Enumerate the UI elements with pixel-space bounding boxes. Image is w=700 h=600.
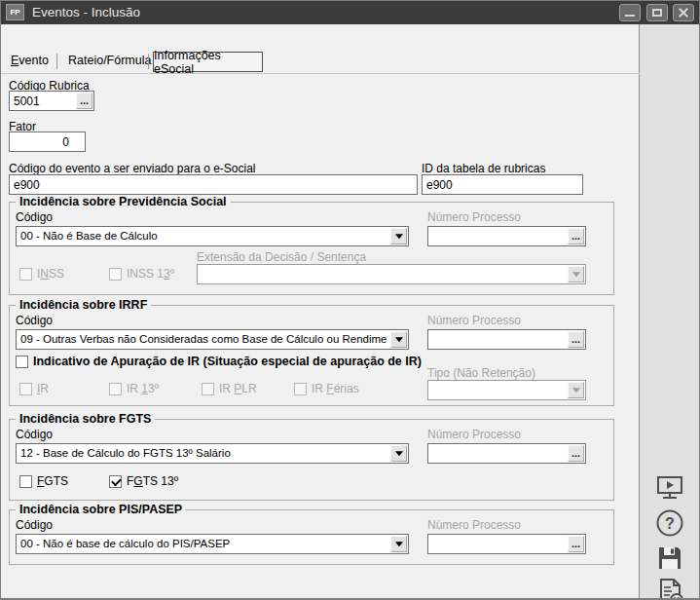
checkbox-label: IR Férias xyxy=(312,382,359,395)
browse-button: ... xyxy=(568,536,584,552)
pis-numero-processo-input xyxy=(428,535,567,553)
tipo-nao-retencao-select xyxy=(427,380,586,400)
numero-processo-label: Número Processo xyxy=(427,518,521,532)
chevron-down-icon[interactable] xyxy=(390,445,407,462)
chevron-down-icon[interactable] xyxy=(390,536,407,552)
codigo-label: Código xyxy=(16,518,53,532)
checkbox-inss-13: INSS 13º xyxy=(109,267,174,281)
chevron-down-icon[interactable] xyxy=(390,331,407,348)
minimize-icon xyxy=(625,15,635,17)
checkbox-box xyxy=(19,268,32,281)
group-fgts: Incidência sobre FGTS Código 12 - Base d… xyxy=(9,419,614,501)
tab-informacoes-esocial[interactable]: Informações eSocial xyxy=(153,52,263,72)
cancel-document-icon xyxy=(654,576,687,600)
selected-value: 00 - Não é base de cálculo do PIS/PASEP xyxy=(20,535,387,553)
browse-button: ... xyxy=(568,445,584,462)
tab-strip-divider xyxy=(1,73,640,74)
irrf-codigo-select[interactable]: 09 - Outras Verbas não Consideradas como… xyxy=(16,329,409,350)
tab-rateio-formula[interactable]: Rateio/Fórmula xyxy=(68,54,151,67)
checkbox-label: IR 13º xyxy=(127,382,159,395)
numero-processo-label: Número Processo xyxy=(427,210,521,224)
main-panel: Evento Rateio/Fórmula Informações eSocia… xyxy=(1,24,640,598)
checkbox-ir-ferias: IR Férias xyxy=(294,382,359,395)
checkbox-label: FGTS xyxy=(37,474,68,488)
selected-value xyxy=(432,381,564,399)
tab-separator xyxy=(148,54,149,69)
browse-button: ... xyxy=(568,228,584,244)
codigo-rubrica-field[interactable]: ... xyxy=(9,91,94,111)
extensao-label: Extensão da Decisão / Sentença xyxy=(197,250,366,264)
checkbox-label: INSS xyxy=(37,267,64,281)
checkbox-box[interactable] xyxy=(16,356,28,368)
codigo-label: Código xyxy=(16,314,53,327)
maximize-icon xyxy=(652,9,662,17)
minimize-button[interactable] xyxy=(619,4,641,21)
svg-text:?: ? xyxy=(665,515,675,532)
preview-report-button[interactable] xyxy=(654,472,685,504)
monitor-play-icon xyxy=(654,472,685,504)
group-title: Incidência sobre IRRF xyxy=(16,298,151,312)
app-icon: FP xyxy=(6,4,24,20)
codigo-evento-label: Código do evento a ser enviado para o e-… xyxy=(9,162,256,175)
extensao-select xyxy=(197,264,586,284)
checkbox-box[interactable] xyxy=(19,475,32,488)
chevron-down-icon xyxy=(568,266,584,282)
codigo-label: Código xyxy=(16,428,53,441)
selected-value: 12 - Base de Cálculo do FGTS 13º Salário xyxy=(20,444,387,463)
checkbox-label: FGTS 13º xyxy=(127,474,178,488)
checkbox-box[interactable] xyxy=(109,475,122,488)
checkbox-label: INSS 13º xyxy=(127,267,174,281)
cancel-button[interactable] xyxy=(654,576,685,600)
codigo-evento-input[interactable] xyxy=(9,174,418,195)
previdencia-numero-processo-field: ... xyxy=(427,226,586,246)
checkbox-label: IR xyxy=(37,382,49,395)
tab-evento[interactable]: Evento xyxy=(11,54,49,67)
checkbox-label: Indicativo de Apuração de IR (Situação e… xyxy=(33,355,422,368)
previdencia-codigo-select[interactable]: 00 - Não é Base de Cálculo xyxy=(16,226,409,246)
chevron-down-icon[interactable] xyxy=(390,228,407,244)
checkbox-box xyxy=(109,268,122,281)
selected-value: 09 - Outras Verbas não Consideradas como… xyxy=(20,330,387,349)
browse-button: ... xyxy=(568,331,584,348)
tab-separator xyxy=(56,54,57,69)
fgts-codigo-select[interactable]: 12 - Base de Cálculo do FGTS 13º Salário xyxy=(16,443,409,464)
eventos-inclusao-window: FP Eventos - Inclusão ? xyxy=(0,0,700,600)
codigo-rubrica-input[interactable] xyxy=(10,92,75,110)
help-icon: ? xyxy=(654,507,685,539)
selected-value: 00 - Não é Base de Cálculo xyxy=(20,227,387,245)
fgts-numero-processo-input xyxy=(428,444,567,463)
chevron-down-icon xyxy=(568,382,584,398)
irrf-numero-processo-field: ... xyxy=(427,329,586,350)
group-irrf: Incidência sobre IRRF Código 09 - Outras… xyxy=(9,305,614,406)
close-button[interactable] xyxy=(673,4,694,21)
group-title: Incidência sobre Previdência Social xyxy=(16,195,231,208)
pis-numero-processo-field: ... xyxy=(427,534,586,554)
previdencia-numero-processo-input xyxy=(428,227,567,245)
checkbox-box xyxy=(294,383,307,395)
checkbox-box xyxy=(109,383,122,395)
numero-processo-label: Número Processo xyxy=(427,428,521,441)
maximize-button[interactable] xyxy=(646,4,668,21)
checkbox-fgts[interactable]: FGTS xyxy=(19,474,68,488)
checkbox-box xyxy=(19,383,32,395)
checkbox-ir: IR xyxy=(19,382,49,395)
checkbox-box xyxy=(202,383,214,395)
group-pis-pasep: Incidência sobre PIS/PASEP Código 00 - N… xyxy=(9,509,614,565)
pis-codigo-select[interactable]: 00 - Não é base de cálculo do PIS/PASEP xyxy=(16,534,409,554)
codigo-rubrica-browse-button[interactable]: ... xyxy=(76,93,92,109)
id-tabela-input[interactable] xyxy=(422,174,583,195)
group-title: Incidência sobre FGTS xyxy=(16,412,155,426)
id-tabela-label: ID da tabela de rubricas xyxy=(422,162,545,175)
help-button[interactable]: ? xyxy=(654,507,685,539)
irrf-numero-processo-input xyxy=(428,330,567,349)
checkbox-fgts-13[interactable]: FGTS 13º xyxy=(109,474,178,488)
fator-input[interactable] xyxy=(9,131,86,152)
fgts-numero-processo-field: ... xyxy=(427,443,586,464)
group-title: Incidência sobre PIS/PASEP xyxy=(16,503,186,516)
codigo-label: Código xyxy=(16,210,53,224)
checkbox-indicativo-apuracao-ir[interactable]: Indicativo de Apuração de IR (Situação e… xyxy=(16,355,422,368)
checkbox-label: IR PLR xyxy=(219,382,257,395)
window-title: Eventos - Inclusão xyxy=(32,1,140,24)
checkbox-ir-plr: IR PLR xyxy=(202,382,257,395)
save-button[interactable] xyxy=(654,543,685,574)
